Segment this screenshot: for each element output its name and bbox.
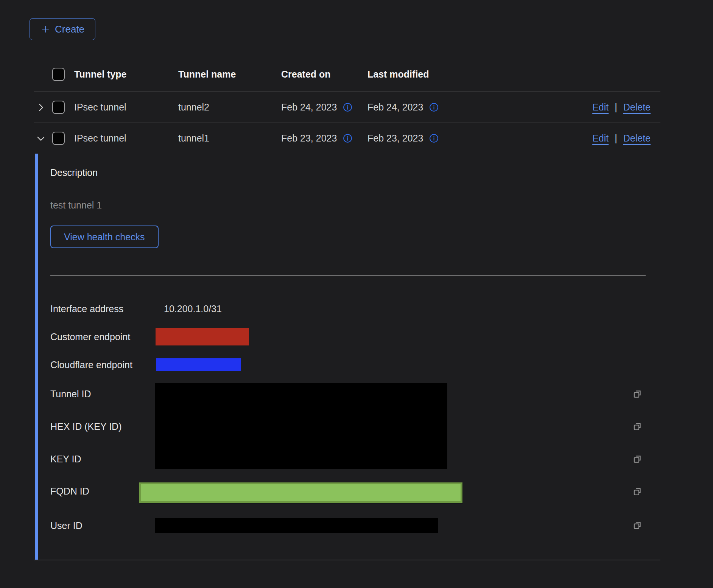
- copy-hex-id-button[interactable]: [632, 421, 643, 432]
- row-checkbox-tunnel1[interactable]: [52, 132, 65, 145]
- create-button-label: Create: [55, 23, 84, 35]
- checkbox-cell: [52, 132, 74, 145]
- created-on-date: Feb 24, 2023: [281, 102, 337, 113]
- copy-icon: [632, 486, 643, 497]
- table-header: Tunnel type Tunnel name Created on Last …: [34, 57, 660, 92]
- copy-key-id-button[interactable]: [632, 453, 643, 465]
- copy-icon: [632, 421, 643, 432]
- checkbox-cell: [52, 101, 74, 114]
- fqdn-id-label: FQDN ID: [50, 485, 89, 497]
- description-label: Description: [50, 167, 98, 178]
- info-icon[interactable]: [343, 103, 352, 112]
- copy-tunnel-id-button[interactable]: [632, 388, 643, 400]
- description-value: test tunnel 1: [50, 200, 102, 211]
- view-health-checks-button[interactable]: View health checks: [50, 226, 159, 248]
- table-row-tunnel1: IPsec tunnel tunnel1 Feb 23, 2023 Feb 23…: [34, 123, 660, 154]
- row-actions: Edit | Delete: [488, 133, 660, 144]
- created-on-date: Feb 23, 2023: [281, 133, 337, 144]
- user-id-redacted-value: [155, 518, 438, 533]
- info-icon[interactable]: [429, 103, 439, 112]
- tunnels-page: Create Tunnel type Tunnel name Created o…: [0, 0, 713, 588]
- actions-separator: |: [615, 102, 617, 113]
- column-header-created-on: Created on: [281, 69, 367, 80]
- created-on-cell: Feb 23, 2023: [281, 133, 367, 144]
- last-modified-date: Feb 24, 2023: [367, 102, 423, 113]
- tunnel-name-cell: tunnel2: [178, 102, 281, 113]
- tunnel-type-cell: IPsec tunnel: [74, 102, 178, 113]
- fqdn-id-redacted-value: [139, 482, 462, 503]
- info-icon[interactable]: [343, 134, 352, 143]
- select-all-checkbox[interactable]: [52, 68, 65, 81]
- column-header-tunnel-type: Tunnel type: [74, 69, 178, 80]
- copy-fqdn-id-button[interactable]: [632, 486, 643, 497]
- column-header-tunnel-name: Tunnel name: [178, 69, 281, 80]
- copy-icon: [632, 454, 643, 464]
- expand-chevron-right-icon[interactable]: [36, 102, 46, 113]
- plus-icon: [40, 24, 50, 34]
- row-actions: Edit | Delete: [488, 102, 660, 113]
- select-all-cell: [52, 68, 74, 81]
- info-icon[interactable]: [429, 134, 439, 143]
- interface-address-value: 10.200.1.0/31: [164, 303, 222, 314]
- edit-link-tunnel1[interactable]: Edit: [592, 133, 609, 144]
- collapse-chevron-down-icon[interactable]: [36, 133, 46, 144]
- edit-link-tunnel2[interactable]: Edit: [592, 102, 609, 113]
- customer-endpoint-redacted-value: [156, 328, 249, 345]
- user-id-label: User ID: [50, 520, 83, 531]
- ids-redacted-value: [155, 383, 447, 469]
- actions-separator: |: [615, 133, 617, 144]
- tunnel-id-label: Tunnel ID: [50, 388, 91, 400]
- delete-link-tunnel1[interactable]: Delete: [623, 133, 651, 144]
- key-id-label: KEY ID: [50, 453, 81, 465]
- tunnel1-expanded-panel: Description test tunnel 1 View health ch…: [34, 154, 660, 560]
- table-row-tunnel2: IPsec tunnel tunnel2 Feb 24, 2023 Feb 24…: [34, 92, 660, 123]
- delete-link-tunnel2[interactable]: Delete: [623, 102, 651, 113]
- last-modified-cell: Feb 24, 2023: [367, 102, 488, 113]
- column-header-last-modified: Last modified: [367, 69, 488, 80]
- tunnels-table: Tunnel type Tunnel name Created on Last …: [34, 57, 660, 560]
- hex-id-label: HEX ID (KEY ID): [50, 421, 121, 432]
- interface-address-label: Interface address: [50, 303, 123, 314]
- tunnel-name-cell: tunnel1: [178, 133, 281, 144]
- last-modified-date: Feb 23, 2023: [367, 133, 423, 144]
- tunnel-type-cell: IPsec tunnel: [74, 133, 178, 144]
- cloudflare-endpoint-label: Cloudflare endpoint: [50, 359, 132, 370]
- last-modified-cell: Feb 23, 2023: [367, 133, 488, 144]
- customer-endpoint-label: Customer endpoint: [50, 331, 130, 342]
- copy-icon: [632, 520, 643, 530]
- created-on-cell: Feb 24, 2023: [281, 102, 367, 113]
- expander-cell: [34, 133, 52, 144]
- row-checkbox-tunnel2[interactable]: [52, 101, 65, 114]
- create-tunnel-button[interactable]: Create: [30, 18, 95, 40]
- panel-divider: [50, 275, 646, 275]
- cloudflare-endpoint-redacted-value: [156, 358, 241, 371]
- copy-icon: [632, 389, 643, 399]
- expanded-panel-accent-bar: [35, 154, 38, 560]
- expander-cell: [34, 102, 52, 113]
- copy-user-id-button[interactable]: [632, 520, 643, 531]
